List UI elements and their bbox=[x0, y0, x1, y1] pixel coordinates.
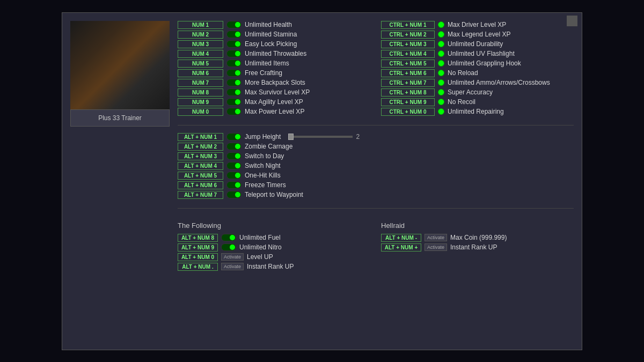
cheat-row: CTRL + NUM 8 Super Accuracy bbox=[381, 88, 574, 97]
toggle-switch[interactable] bbox=[226, 152, 241, 160]
cheat-row: NUM 1 Unlimited Health bbox=[178, 21, 370, 29]
right-panel: NUM 1 Unlimited Health NUM 2 Unlimited S… bbox=[178, 21, 574, 342]
hellraid-title: Hellraid bbox=[381, 221, 574, 230]
slider-track[interactable] bbox=[288, 136, 353, 138]
toggle-dot[interactable] bbox=[438, 60, 444, 67]
cheat-label: Max Survivor Level XP bbox=[245, 88, 310, 96]
key-badge[interactable]: CTRL + NUM 9 bbox=[381, 98, 435, 106]
toggle-dot[interactable] bbox=[438, 89, 444, 95]
toggle-switch[interactable] bbox=[226, 31, 241, 38]
slider-thumb[interactable] bbox=[288, 134, 294, 140]
following-cheat-row: ALT + NUM 0 Activate Level UP bbox=[178, 253, 370, 261]
toggle-dot[interactable] bbox=[438, 79, 444, 86]
key-badge[interactable]: ALT + NUM 5 bbox=[178, 172, 223, 180]
activate-button[interactable]: Activate bbox=[221, 253, 244, 261]
key-badge[interactable]: CTRL + NUM 5 bbox=[381, 60, 435, 68]
toggle-dot[interactable] bbox=[438, 99, 444, 105]
hellraid-section: Hellraid ALT + NUM - Activate Max Coin (… bbox=[381, 221, 574, 272]
key-badge[interactable]: NUM 0 bbox=[178, 108, 223, 116]
key-badge[interactable]: ALT + NUM - bbox=[381, 234, 421, 242]
activate-button[interactable]: Activate bbox=[425, 234, 447, 241]
cheat-row: CTRL + NUM 4 Unlimited UV Flashlight bbox=[381, 50, 574, 58]
cheat-label: Max Coin (999.999) bbox=[450, 234, 507, 241]
key-badge[interactable]: ALT + NUM 4 bbox=[178, 162, 223, 170]
cheat-label: Super Accuracy bbox=[448, 88, 493, 96]
toggle-switch[interactable] bbox=[226, 172, 241, 179]
key-badge[interactable]: NUM 8 bbox=[178, 88, 223, 97]
toggle-switch[interactable] bbox=[226, 133, 241, 141]
key-badge[interactable]: CTRL + NUM 2 bbox=[381, 31, 435, 39]
cheat-label: Max Driver Level XP bbox=[448, 21, 506, 28]
close-button[interactable] bbox=[567, 16, 577, 26]
key-badge[interactable]: CTRL + NUM 6 bbox=[381, 69, 435, 77]
cheat-label: Jump Height bbox=[245, 133, 281, 141]
cheat-label: Max Agility Level XP bbox=[245, 98, 303, 106]
key-badge[interactable]: NUM 3 bbox=[178, 40, 223, 48]
key-badge[interactable]: ALT + NUM 0 bbox=[178, 253, 218, 261]
cheat-label: Unlimited Durability bbox=[448, 40, 503, 48]
key-badge[interactable]: CTRL + NUM 7 bbox=[381, 79, 435, 87]
key-badge[interactable]: CTRL + NUM 0 bbox=[381, 108, 435, 116]
toggle-switch[interactable] bbox=[226, 108, 241, 115]
cheat-row: NUM 8 Max Survivor Level XP bbox=[178, 88, 370, 97]
activate-button[interactable]: Activate bbox=[425, 243, 447, 251]
cheat-label: Free Crafting bbox=[245, 69, 282, 77]
cheat-row: CTRL + NUM 3 Unlimited Durability bbox=[381, 40, 574, 48]
key-badge[interactable]: NUM 6 bbox=[178, 69, 223, 77]
slider-value: 2 bbox=[356, 133, 360, 141]
toggle-switch[interactable] bbox=[226, 50, 241, 57]
key-badge[interactable]: NUM 2 bbox=[178, 31, 223, 39]
toggle-dot[interactable] bbox=[438, 41, 444, 47]
toggle-switch[interactable] bbox=[226, 79, 241, 86]
toggle-switch[interactable] bbox=[226, 162, 241, 169]
bottom-section: The Following ALT + NUM 8 Unlimited Fuel… bbox=[178, 221, 574, 272]
toggle-switch[interactable] bbox=[221, 234, 236, 241]
toggle-switch[interactable] bbox=[226, 88, 241, 96]
key-badge[interactable]: CTRL + NUM 1 bbox=[381, 21, 435, 29]
cheat-row: NUM 4 Unlimited Throwables bbox=[178, 50, 370, 58]
key-badge[interactable]: ALT + NUM + bbox=[381, 243, 421, 252]
cheat-label: No Recoil bbox=[448, 98, 475, 106]
toggle-switch[interactable] bbox=[226, 40, 241, 48]
key-badge[interactable]: ALT + NUM 9 bbox=[178, 243, 218, 252]
activate-button[interactable]: Activate bbox=[221, 263, 244, 270]
key-badge[interactable]: NUM 7 bbox=[178, 79, 223, 87]
key-badge[interactable]: CTRL + NUM 4 bbox=[381, 50, 435, 58]
key-badge[interactable]: ALT + NUM . bbox=[178, 263, 218, 271]
trainer-label: Plus 33 Trainer bbox=[70, 109, 170, 127]
divider bbox=[178, 125, 574, 125]
toggle-switch[interactable] bbox=[226, 21, 241, 28]
cheat-row: NUM 7 More Backpack Slots bbox=[178, 79, 370, 87]
toggle-dot[interactable] bbox=[438, 21, 444, 28]
cheat-row: CTRL + NUM 9 No Recoil bbox=[381, 98, 574, 106]
cheat-label: Zombie Carnage bbox=[245, 143, 292, 150]
following-cheat-row: ALT + NUM . Activate Instant Rank UP bbox=[178, 263, 370, 271]
key-badge[interactable]: ALT + NUM 3 bbox=[178, 152, 223, 160]
toggle-dot[interactable] bbox=[438, 50, 444, 57]
toggle-dot[interactable] bbox=[438, 108, 444, 115]
key-badge[interactable]: NUM 1 bbox=[178, 21, 223, 29]
key-badge[interactable]: CTRL + NUM 3 bbox=[381, 40, 435, 48]
key-badge[interactable]: ALT + NUM 1 bbox=[178, 133, 223, 141]
toggle-switch[interactable] bbox=[226, 98, 241, 106]
toggle-dot[interactable] bbox=[438, 31, 444, 38]
cheat-row: NUM 2 Unlimited Stamina bbox=[178, 31, 370, 39]
key-badge[interactable]: NUM 5 bbox=[178, 60, 223, 68]
cheat-row: NUM 5 Unlimited Items bbox=[178, 60, 370, 68]
toggle-dot[interactable] bbox=[438, 70, 444, 76]
key-badge[interactable]: NUM 9 bbox=[178, 98, 223, 106]
right-cheats-column: CTRL + NUM 1 Max Driver Level XP CTRL + … bbox=[381, 21, 574, 117]
toggle-switch[interactable] bbox=[226, 181, 241, 189]
key-badge[interactable]: ALT + NUM 6 bbox=[178, 181, 223, 189]
key-badge[interactable]: NUM 4 bbox=[178, 50, 223, 58]
toggle-switch[interactable] bbox=[226, 60, 241, 67]
toggle-switch[interactable] bbox=[226, 143, 241, 150]
key-badge[interactable]: CTRL + NUM 8 bbox=[381, 88, 435, 97]
toggle-switch[interactable] bbox=[226, 191, 241, 198]
toggle-switch[interactable] bbox=[226, 69, 241, 77]
key-badge[interactable]: ALT + NUM 2 bbox=[178, 143, 223, 151]
cheat-label: Max Power Level XP bbox=[245, 108, 304, 115]
key-badge[interactable]: ALT + NUM 8 bbox=[178, 234, 218, 242]
toggle-switch[interactable] bbox=[221, 243, 236, 251]
key-badge[interactable]: ALT + NUM 7 bbox=[178, 191, 223, 199]
